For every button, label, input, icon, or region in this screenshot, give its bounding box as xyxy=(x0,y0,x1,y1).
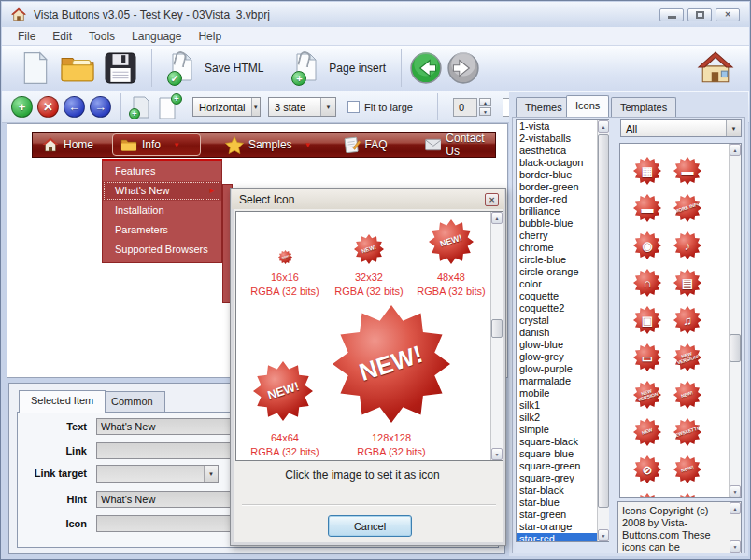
maximize-button[interactable] xyxy=(687,8,712,21)
spacing-spinner[interactable]: 0 xyxy=(453,98,477,117)
theme-list-item[interactable]: square-black xyxy=(517,436,608,448)
theme-list-scrollbar[interactable]: ▲ ▼ xyxy=(597,120,609,541)
theme-list-item[interactable]: circle-orange xyxy=(517,266,608,278)
scroll-up-icon[interactable]: ▲ xyxy=(730,502,741,514)
theme-list-item[interactable]: star-orange xyxy=(517,521,608,533)
insert-page-button[interactable]: + xyxy=(157,95,179,119)
new-project-button[interactable] xyxy=(21,49,50,87)
icon-preview-16[interactable]: NEW! xyxy=(278,250,292,264)
scrollbar-thumb[interactable] xyxy=(598,134,609,508)
icon-filter-select[interactable]: All ▼ xyxy=(620,119,742,137)
new-star-icon[interactable]: NEW! xyxy=(673,381,701,409)
theme-list-item[interactable]: silk1 xyxy=(517,399,608,412)
home-button[interactable] xyxy=(695,49,736,87)
theme-list-item[interactable]: star-green xyxy=(517,509,608,521)
tab-common[interactable]: Common xyxy=(99,391,165,413)
partial-star-icon[interactable] xyxy=(673,493,701,498)
theme-list-item[interactable]: danish xyxy=(517,327,608,339)
theme-list-item[interactable]: coquette2 xyxy=(517,302,608,315)
open-project-button[interactable] xyxy=(58,51,97,85)
new-version-star-icon[interactable]: NEW VERSION xyxy=(633,381,661,409)
monitor-star-icon[interactable]: ▭ xyxy=(633,343,661,371)
save-project-button[interactable] xyxy=(103,50,138,86)
theme-list-item[interactable]: black-octagon xyxy=(517,157,608,169)
theme-list-item[interactable]: square-blue xyxy=(517,448,608,460)
forbidden-star-icon[interactable]: ⊘ xyxy=(633,455,661,483)
scroll-down-icon[interactable]: ▼ xyxy=(491,448,503,460)
back-button[interactable] xyxy=(407,49,445,87)
scroll-down-icon[interactable]: ▼ xyxy=(730,485,741,497)
icon-grid-scrollbar[interactable]: ▲ ▼ xyxy=(729,144,741,497)
more-info-star-icon[interactable]: MORE INFO xyxy=(673,194,701,222)
state-select[interactable]: 3 state ▼ xyxy=(268,97,336,117)
tab-templates[interactable]: Templates xyxy=(611,97,676,117)
save-html-button[interactable]: ✓ xyxy=(163,49,201,87)
scrollbar-thumb[interactable] xyxy=(730,334,741,362)
menu-edit[interactable]: Edit xyxy=(44,28,80,45)
audio-file-star-icon[interactable]: ♫ xyxy=(673,306,701,334)
menu-item-whats-new[interactable]: What's New► xyxy=(103,181,221,201)
mouse-star-icon[interactable]: ◉ xyxy=(633,231,661,259)
partial-star-icon[interactable] xyxy=(633,493,661,498)
theme-list-item[interactable]: star-black xyxy=(517,484,608,497)
theme-list-item[interactable]: border-blue xyxy=(517,169,608,181)
cancel-button[interactable]: Cancel xyxy=(328,515,412,537)
tab-selected-item[interactable]: Selected Item xyxy=(19,390,106,413)
menu-help[interactable]: Help xyxy=(190,28,230,45)
scrollbar-thumb[interactable] xyxy=(491,319,503,338)
scroll-up-icon[interactable]: ▲ xyxy=(730,144,741,156)
copyright-scrollbar[interactable]: ▲ ▼ xyxy=(730,502,742,553)
minimize-button[interactable] xyxy=(659,8,684,21)
theme-list-item[interactable]: square-grey xyxy=(517,472,608,484)
theme-list-item[interactable]: glow-grey xyxy=(517,351,608,363)
move-left-button[interactable]: ← xyxy=(64,96,85,118)
tab-themes[interactable]: Themes xyxy=(516,97,572,117)
nav-item-contact-us[interactable]: Contact Us xyxy=(425,132,495,158)
icon-preview-32[interactable]: NEW! xyxy=(354,234,384,264)
movie-star-icon[interactable]: ▦ xyxy=(633,157,661,185)
move-right-button[interactable]: → xyxy=(90,96,111,118)
menu-item-supported-browsers[interactable]: Supported Browsers xyxy=(103,240,221,259)
theme-list-item[interactable]: bubble-blue xyxy=(517,217,608,230)
theme-list-item[interactable]: star-blue xyxy=(517,497,608,509)
scroll-down-icon[interactable]: ▼ xyxy=(730,540,741,553)
scroll-up-icon[interactable]: ▲ xyxy=(491,212,503,224)
minus-star-icon[interactable]: ▬ xyxy=(673,157,701,185)
fit-to-large-checkbox[interactable] xyxy=(347,101,360,113)
menu-item-features[interactable]: Features xyxy=(103,161,221,181)
page-insert-button[interactable]: + xyxy=(288,49,325,87)
theme-list-item[interactable]: marmalade xyxy=(517,375,608,387)
pictures-star-icon[interactable]: ▣ xyxy=(633,306,661,334)
theme-list-item[interactable]: border-red xyxy=(517,193,608,205)
menu-item-installation[interactable]: Installation xyxy=(103,201,221,220)
scroll-down-icon[interactable]: ▼ xyxy=(598,529,609,541)
theme-list-item[interactable]: mobile xyxy=(517,387,608,399)
menu-file[interactable]: File xyxy=(9,28,44,45)
theme-list-item[interactable]: 1-vista xyxy=(517,120,608,133)
theme-list-item[interactable]: cherry xyxy=(517,230,608,242)
nav-item-info[interactable]: Info ▼ xyxy=(112,133,201,156)
theme-list-item[interactable]: border-green xyxy=(517,181,608,193)
now-star-icon[interactable]: NOW! xyxy=(673,455,701,483)
new-version-star-icon[interactable]: NEW VERSION! xyxy=(673,343,701,371)
icon-preview-64[interactable]: NEW! xyxy=(253,361,313,421)
close-button[interactable]: ✕ xyxy=(716,8,740,21)
theme-list-item[interactable]: glow-purple xyxy=(517,363,608,375)
forward-button[interactable] xyxy=(445,49,482,87)
headphones-star-icon[interactable]: ∩ xyxy=(633,269,661,297)
icon-preview-128[interactable]: NEW! xyxy=(333,305,450,423)
theme-list-item[interactable]: square-green xyxy=(517,460,608,472)
tab-icons[interactable]: Icons xyxy=(566,95,609,117)
nav-item-samples[interactable]: Samples ▼ xyxy=(225,136,312,154)
delete-item-button[interactable]: ✕ xyxy=(37,96,59,118)
spinner-down-button[interactable]: ▼ xyxy=(479,107,491,116)
menu-tools[interactable]: Tools xyxy=(80,28,123,45)
theme-list-item[interactable]: 2-vistaballs xyxy=(517,133,608,145)
music-note-star-icon[interactable]: ♪ xyxy=(673,231,701,259)
spinner-up-button[interactable]: ▲ xyxy=(479,98,491,106)
minus-star-icon[interactable]: ▬ xyxy=(633,194,661,222)
newsletter-star-icon[interactable]: NEWSLETTER xyxy=(673,418,701,446)
theme-list-item[interactable]: simple xyxy=(517,424,608,436)
theme-list-item[interactable]: color xyxy=(517,278,608,290)
theme-list-item[interactable]: circle-blue xyxy=(517,254,608,266)
